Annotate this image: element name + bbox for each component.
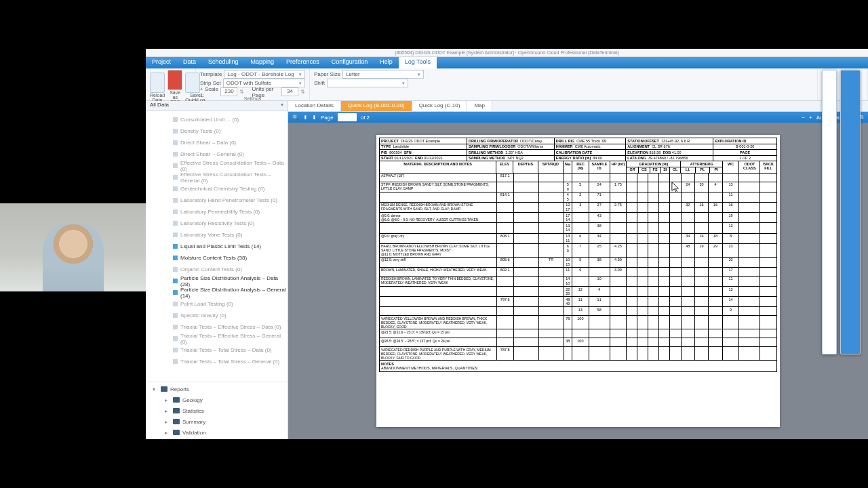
document-viewport[interactable]: PROJECT DIGGS ODOT Example DRILLING FIRM… [288, 123, 868, 439]
units-input[interactable]: 34 [281, 87, 298, 96]
shift-select[interactable]: ▾ [327, 79, 408, 87]
ribbon: Reload Data Save as PDF Save QuickLog Ac… [146, 68, 868, 101]
data-row: @21.5: @21.6 – 23.0'; = 139 pcf; Qu = 15… [380, 329, 777, 338]
tree-item[interactable]: Effective Stress Consolidation Tests – G… [173, 171, 288, 183]
reports-folder[interactable]: ▸Statistics [153, 405, 288, 416]
tree-item[interactable]: Laboratory Resistivity Tests (0) [173, 218, 288, 229]
application-window: (800504) DIGGS.ODOT Example [System Admi… [146, 49, 868, 439]
tab[interactable]: Map [467, 101, 492, 111]
tree-item[interactable]: Effective Stress Consolidation Tests – D… [173, 160, 288, 171]
tree-item[interactable]: Laboratory Permeability Tests (0) [173, 206, 288, 218]
tab[interactable]: Quick Log (B-001-0-20) [341, 101, 412, 111]
main-panel: Location DetailsQuick Log (B-001-0-20)Qu… [288, 101, 868, 439]
data-row: @9.0: gray; dry808.113 116343416188 [380, 233, 777, 243]
data-row: VARIEGATED REDDISH PURPLE AND PURPLE WIT… [380, 347, 777, 361]
tree-item[interactable]: Triaxial Tests – Effective Stress – Data… [173, 321, 288, 333]
data-row: VARIEGATED YELLOWISH BROWN AND REDDISH B… [380, 316, 777, 329]
portrait-button[interactable] [822, 70, 837, 354]
template-label: Template [200, 71, 222, 77]
menu-help[interactable]: Help [374, 57, 399, 68]
page-down-icon[interactable]: ⬇ [312, 115, 317, 121]
menu-data[interactable]: Data [177, 57, 202, 68]
search-icon[interactable]: 🔍 [292, 115, 299, 121]
tree-item[interactable]: Liquid and Plastic Limit Tests (14) [173, 241, 288, 252]
tree-item[interactable]: Consolidated Undr… (0) [173, 114, 288, 125]
papersize-select[interactable]: Letter▾ [342, 70, 424, 79]
tree-item[interactable]: Moisture Content Tests (38) [173, 252, 288, 264]
data-row: 797.648 49111114 [380, 297, 777, 307]
tree-item[interactable]: Point Load Testing (0) [173, 298, 288, 310]
tree-item[interactable]: Laboratory Hand Penetrometer Tests (0) [173, 195, 288, 206]
data-row: 814.14 527111 [380, 192, 777, 202]
landscape-button[interactable] [840, 70, 861, 354]
data-row: MEDIUM DENSE, REDDISH BROWN AND BROWN ST… [380, 202, 777, 212]
papersize-label: Paper Size [314, 71, 340, 77]
reports-header[interactable]: ▾Reports [153, 384, 288, 394]
reload-icon[interactable] [150, 73, 165, 93]
shift-label: Shift [314, 80, 325, 86]
tree-item[interactable]: Triaxial Tests – Effective Stress – Gene… [173, 333, 288, 344]
data-row: ASPHALT (18")817.1 [380, 173, 777, 182]
tree-item[interactable]: Direct Shear – Data (0) [173, 137, 288, 148]
viewer-toolbar: 🔍 ⬆ ⬇ Page of 2 − + Automatic Zoom ⇅ [288, 112, 868, 123]
left-panel-header: All Data [150, 102, 169, 110]
page-of: of 2 [361, 115, 370, 121]
ribbon-group-settings: Settings [200, 96, 305, 101]
data-row: REDDISH BROWN, LAMINATED TO VERY THIN BE… [380, 276, 777, 286]
tree-item[interactable]: Triaxial Tests – Total Stress – General … [173, 356, 288, 367]
tree-item[interactable]: Geotechnical Chemistry Testing (0) [173, 183, 288, 195]
data-row: STIFF, REDDISH BROWN SANDY SILT; SOME ST… [380, 182, 777, 192]
notes-body: ABANDONMENT METHODS, MATERIALS, QUANTITI… [381, 366, 775, 370]
tree-item[interactable]: Specific Gravity (0) [173, 310, 288, 321]
data-row: @26.5: @26.5' – 28.5'; = 137 pcf; Qu = 2… [380, 338, 777, 347]
data-tree[interactable]: Consolidated Undr… (0)Density Tests (0)D… [146, 111, 288, 382]
tree-item[interactable]: Laboratory Vane Tests (0) [173, 229, 288, 241]
scale-input[interactable]: 230 [220, 87, 237, 96]
tab[interactable]: Quick Log (C-10) [412, 101, 468, 111]
tree-item[interactable]: Particle Size Distribution Analysis – Da… [173, 275, 288, 287]
menu-bar: ProjectDataSchedulingMappingPreferencesC… [146, 57, 868, 68]
left-panel: All Data▾ Consolidated Undr… (0)Density … [146, 101, 288, 439]
zoom-out-icon[interactable]: − [802, 115, 805, 121]
page-up-icon[interactable]: ⬆ [303, 115, 308, 121]
data-row: 13589 [380, 307, 777, 316]
panel-dropdown-icon[interactable]: ▾ [281, 102, 283, 110]
data-row: 22 2512413 [380, 287, 777, 297]
reports-folder[interactable]: ▸Validation [153, 427, 288, 438]
data-row: 13 143813 [380, 223, 777, 233]
menu-configuration[interactable]: Configuration [326, 57, 374, 68]
tree-item[interactable]: Particle Size Distribution Analysis – Ge… [173, 287, 288, 298]
data-row: @5.0: dense@6.0: @8.0 – 9.0: NO RECOVERY… [380, 213, 777, 223]
reports-section: ▾Reports▸Geology▸Statistics▸Summary▸Vali… [146, 382, 288, 439]
data-row: HARD, BROWN AND YELLOWISH BROWN CLAY; SO… [380, 243, 777, 257]
page-input[interactable] [338, 113, 357, 121]
menu-mapping[interactable]: Mapping [245, 57, 281, 68]
reports-folder[interactable]: ▸Geology [153, 394, 288, 405]
data-row: @12.5: very stiff805.6TR10 155384.5020 [380, 257, 777, 267]
template-select[interactable]: Log - ODOT - Borehole Log▾ [224, 70, 305, 79]
webcam-overlay [0, 203, 146, 291]
zoom-dropdown-icon[interactable]: ⇅ [860, 115, 864, 120]
tree-item[interactable]: Triaxial Tests – Total Stress – Data (0) [173, 344, 288, 356]
menu-scheduling[interactable]: Scheduling [202, 57, 245, 68]
menu-preferences[interactable]: Preferences [280, 57, 326, 68]
tree-item[interactable]: Direct Shear – General (0) [173, 148, 288, 160]
zoom-in-icon[interactable]: + [809, 115, 812, 121]
page-label: Page [321, 115, 334, 121]
document-tabs: Location DetailsQuick Log (B-001-0-20)Qu… [288, 101, 868, 112]
tree-item[interactable]: Density Tests (0) [173, 125, 288, 137]
menu-log-tools[interactable]: Log Tools [399, 57, 437, 68]
menu-project[interactable]: Project [146, 57, 177, 68]
tab[interactable]: Location Details [288, 101, 341, 111]
save-pdf-icon[interactable] [167, 70, 182, 90]
reports-folder[interactable]: ▸Summary [153, 416, 288, 427]
tree-item[interactable]: Organic Content Tests (0) [173, 264, 288, 275]
log-page: PROJECT DIGGS ODOT Example DRILLING FIRM… [376, 135, 780, 427]
window-title: (800504) DIGGS.ODOT Example [System Admi… [146, 49, 868, 57]
data-row: BROWN, LAMINATED, SHALE, HIGHLY WEATHERE… [380, 267, 777, 276]
